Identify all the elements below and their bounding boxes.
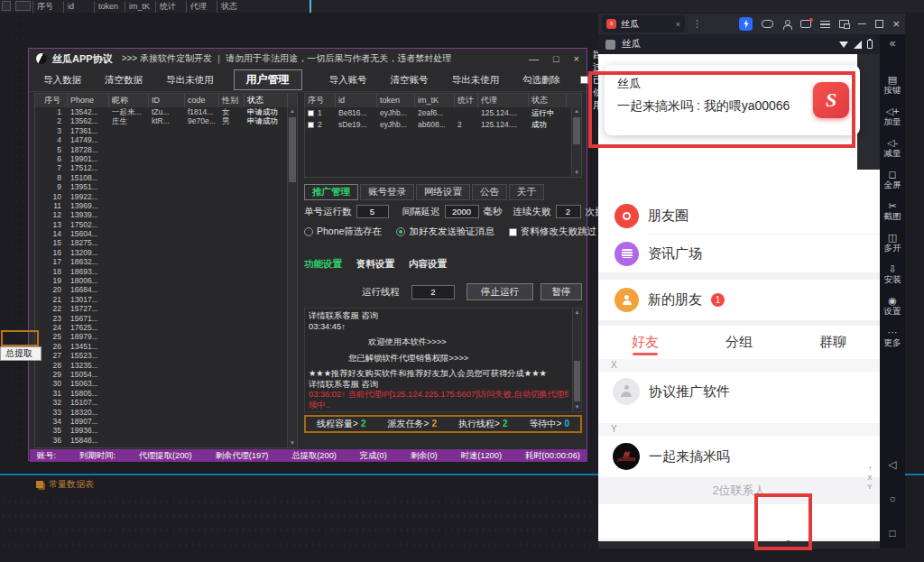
maximize-icon[interactable] <box>875 20 883 28</box>
scroll-down-icon[interactable]: ▼ <box>573 403 581 411</box>
scroll-down-icon[interactable]: ▼ <box>288 439 297 447</box>
nav-call-log[interactable]: 通话记录 <box>669 540 739 541</box>
table-row[interactable]: 4 14749... <box>35 135 297 144</box>
table-row[interactable]: 1 13542... 一起来... tZu... f1814... 女 申请成功 <box>35 107 297 116</box>
sub-tab[interactable]: 资料设置 <box>356 258 394 271</box>
table-row[interactable]: 35 19936... <box>35 426 297 435</box>
account-icon[interactable] <box>782 20 791 29</box>
stop-run-button[interactable]: 停止运行 <box>467 283 533 300</box>
sessions-table[interactable]: 序号 id token im_tK 统计 代理 状态 1 Be816... ey… <box>304 93 582 178</box>
settings-tab[interactable]: 账号登录 <box>360 184 414 200</box>
android-nav-button[interactable]: □ <box>889 527 895 539</box>
table-row[interactable]: 27 15523... <box>35 351 297 360</box>
maximize-button[interactable]: □ <box>553 53 559 64</box>
scrollbar[interactable]: ▲ ▼ <box>572 309 581 411</box>
col-header[interactable]: 状态 <box>245 94 288 107</box>
tab-close-icon[interactable]: × <box>676 20 680 29</box>
col-header[interactable]: 昵称 <box>109 94 149 107</box>
sidebar-tool[interactable]: ◻ 全屏 <box>880 163 905 195</box>
close-icon[interactable]: × <box>892 18 900 30</box>
sidebar-tool[interactable]: ✂ 截图 <box>880 195 905 226</box>
emulator-titlebar[interactable]: S 丝瓜 × ⋮ × <box>598 14 905 34</box>
settings-tab[interactable]: 网络设置 <box>416 184 470 200</box>
table-row[interactable]: 29 15054... <box>35 370 297 379</box>
col-header[interactable]: 性别 <box>219 94 245 107</box>
sidebar-tool[interactable]: ⋯ 更多 <box>880 321 905 353</box>
col-header[interactable]: 状态 <box>529 94 567 107</box>
table-row[interactable]: 33 18320... <box>35 408 297 417</box>
toolbar-button[interactable]: 导入账号 <box>324 74 373 87</box>
contact-row[interactable]: 协议推广软件 <box>598 372 880 411</box>
table-row[interactable]: 1 Be816... eyJhb... 2eaf6... 125.124....… <box>305 107 581 119</box>
table-row[interactable]: 20 16684... <box>35 285 297 294</box>
table-row[interactable]: 18 18693... <box>35 267 297 276</box>
table-row[interactable]: 11 13969... <box>35 201 297 210</box>
table-row[interactable]: 21 13017... <box>35 295 297 304</box>
accounts-table[interactable]: 序号 Phone 昵称 ID code 性别 状态 1 13542... 一起来… <box>34 93 298 448</box>
table-row[interactable]: 26 13451... <box>35 342 297 351</box>
table-row[interactable]: 25 18979... <box>35 332 297 341</box>
table-row[interactable]: 15 18275... <box>35 238 297 247</box>
row-checkbox[interactable] <box>308 110 314 116</box>
nav-messages[interactable]: S 消息 <box>598 540 669 541</box>
table-row[interactable]: 5 18728... <box>35 145 297 154</box>
table-row[interactable]: 9 13951... <box>35 182 297 191</box>
row-checkbox[interactable] <box>308 122 314 128</box>
col-header[interactable]: 序号 <box>305 94 336 107</box>
sidebar-tool[interactable]: ◁+ 加量 <box>880 100 905 132</box>
sidebar-collapse-icon[interactable]: « <box>880 37 905 50</box>
table-row[interactable]: 12 13939... <box>35 210 297 219</box>
nav-me[interactable]: 我的 <box>809 540 880 541</box>
phone-filter-radio[interactable] <box>304 227 313 236</box>
table-row[interactable]: 36 15848... <box>35 436 297 445</box>
pause-button[interactable]: 暂停 <box>541 283 582 300</box>
scroll-up-icon[interactable]: ▲ <box>573 309 581 317</box>
table-row[interactable]: 6 19901... <box>35 154 297 163</box>
log-output[interactable]: ▲ ▼ 详情联系客服 咨询03:34:45↑欢迎使用本软件>>>>您已解锁软件代… <box>304 308 582 412</box>
android-nav-button[interactable]: ○ <box>889 493 895 505</box>
menu-row-moments[interactable]: 朋友圈 <box>598 197 880 235</box>
toolbar-button[interactable]: 清空数据 <box>99 74 148 87</box>
col-header[interactable]: im_tK <box>415 94 455 107</box>
tab-menu-icon[interactable]: ⋮ <box>692 18 702 30</box>
menu-icon[interactable] <box>820 21 830 28</box>
table-row[interactable]: 14 15604... <box>35 229 297 238</box>
settings-tab[interactable]: 公告 <box>472 184 507 200</box>
table-row[interactable]: 23 15671... <box>35 314 297 323</box>
table-row[interactable]: 8 15108... <box>35 173 297 182</box>
table-row[interactable]: 16 13209... <box>35 248 297 257</box>
table-row[interactable]: 13 17502... <box>35 220 297 229</box>
col-header[interactable]: code <box>185 94 219 107</box>
toolbar-button[interactable]: 导入数据 <box>38 74 87 87</box>
col-header[interactable]: 序号 <box>35 94 68 107</box>
thread-count-input[interactable] <box>411 285 455 299</box>
col-header[interactable]: Phone <box>68 94 109 107</box>
window-titlebar[interactable]: 丝瓜APP协议 >>> 承接软件定制开发 ｜ 请勿用于非法用途，一切后果与作者无… <box>29 49 587 69</box>
minimize-icon[interactable] <box>858 23 866 25</box>
mail-icon[interactable] <box>800 20 811 28</box>
skip-fail-checkbox[interactable] <box>509 228 517 236</box>
window-mode-icon[interactable] <box>839 20 849 28</box>
sidebar-tool[interactable]: ▤ 按键 <box>880 69 905 100</box>
user-management-button[interactable]: 用户管理 <box>234 69 302 90</box>
verify-message-radio[interactable] <box>396 227 405 236</box>
scrollbar-thumb[interactable] <box>289 117 296 182</box>
col-header[interactable]: ID <box>149 94 185 107</box>
col-header[interactable]: 代理 <box>478 94 529 107</box>
table-row[interactable]: 3 17361... <box>35 126 297 135</box>
tab-group-chats[interactable]: 群聊 <box>786 326 880 357</box>
table-row[interactable]: 34 18907... <box>35 417 297 426</box>
table-row[interactable]: 22 15727... <box>35 304 297 313</box>
android-nav-button[interactable]: ◁ <box>888 458 896 471</box>
boost-icon[interactable] <box>739 17 753 31</box>
emulator-tab[interactable]: S 丝瓜 × <box>602 15 685 32</box>
skip-used-checkbox[interactable] <box>580 76 588 84</box>
toolbar-button[interactable]: 导出未使用 <box>447 74 505 87</box>
settings-tab[interactable]: 推广管理 <box>304 184 358 200</box>
scrollbar[interactable]: ▲ ▼ <box>571 107 581 177</box>
toolbar-button[interactable]: 导出未使用 <box>161 74 219 87</box>
table-row[interactable]: 10 19922... <box>35 192 297 201</box>
background-tree-item[interactable]: 常量数据表 <box>36 478 94 491</box>
gamepad-icon[interactable] <box>762 20 773 28</box>
scroll-down-icon[interactable]: ▼ <box>572 169 581 177</box>
